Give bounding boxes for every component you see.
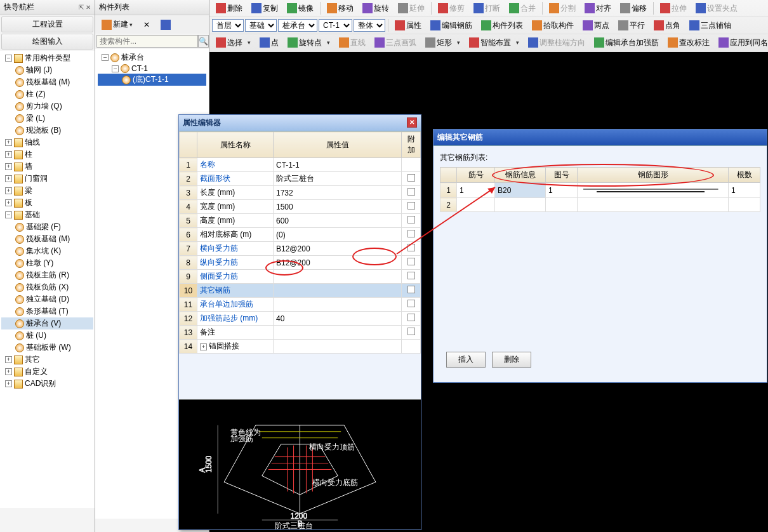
prop-extra[interactable] [402, 270, 421, 284]
toolbar-button[interactable]: 选择 [212, 36, 246, 50]
rebar-shape[interactable] [578, 198, 729, 212]
property-row[interactable]: 11承台单边加强筋 [180, 298, 421, 312]
expander-icon[interactable]: + [5, 139, 12, 146]
comp-delete-button[interactable]: ✕ [139, 18, 154, 31]
property-row[interactable]: 13备注 [180, 326, 421, 340]
nav-pin-icon[interactable]: ⇱ ✕ [79, 4, 91, 11]
property-row[interactable]: 12加强筋起步 (mm)40 [180, 312, 421, 326]
nav-tree-item[interactable]: 集水坑 (K) [1, 245, 93, 257]
close-icon[interactable]: ✕ [407, 117, 417, 128]
rebar-num[interactable] [457, 198, 495, 212]
prop-value[interactable]: 阶式三桩台 [274, 172, 402, 186]
nav-tree-item[interactable]: +柱 [1, 149, 93, 161]
toolbar-button[interactable]: 移动 [323, 1, 357, 16]
property-row[interactable]: 6相对底标高 (m)(0) [180, 228, 421, 242]
toolbar-button[interactable]: 旋转点 [284, 36, 326, 50]
toolbar-button[interactable]: 查改标注 [664, 36, 713, 50]
expander-icon[interactable]: – [5, 211, 12, 218]
prop-extra[interactable] [402, 158, 421, 172]
expander-icon[interactable]: – [102, 54, 109, 61]
toolbar-button[interactable]: 对齐 [581, 1, 615, 16]
prop-extra[interactable] [402, 312, 421, 326]
rebar-row[interactable]: 2 [440, 198, 760, 212]
property-row[interactable]: 10其它钢筋 [180, 284, 421, 298]
prop-value[interactable]: 40 [274, 312, 402, 326]
toolbar-button[interactable]: 偏移 [616, 1, 651, 16]
prop-extra[interactable] [402, 172, 421, 186]
nav-tree-item[interactable]: –常用构件类型 [1, 52, 93, 64]
prop-value[interactable]: 1500 [274, 200, 402, 214]
rebar-count[interactable] [729, 198, 760, 212]
nav-tree-item[interactable]: +梁 [1, 185, 93, 197]
comp-copy-button[interactable] [156, 18, 175, 32]
expander-icon[interactable]: + [5, 356, 12, 363]
toolbar-button[interactable]: 编辑承台加强筋 [590, 36, 663, 50]
toolbar-button[interactable]: 编辑钢筋 [427, 18, 476, 33]
property-row[interactable]: 3长度 (mm)1732 [180, 186, 421, 200]
nav-tree-item[interactable]: 桩 (U) [1, 329, 93, 342]
toolbar-button[interactable]: 平行 [614, 18, 649, 33]
prop-value[interactable] [274, 340, 402, 354]
toolbar-button[interactable]: 构件列表 [477, 18, 527, 33]
rebar-info[interactable]: B20 [495, 183, 546, 198]
expander-icon[interactable]: – [5, 55, 12, 62]
nav-tree-item[interactable]: 柱 (Z) [1, 88, 93, 100]
comp-tree-item[interactable]: –CT-1 [98, 63, 206, 74]
nav-tree-item[interactable]: +自定义 [1, 366, 93, 378]
expander-icon[interactable]: – [112, 65, 119, 72]
nav-tree-item[interactable]: +其它 [1, 354, 93, 366]
comp-search-input[interactable] [96, 35, 198, 48]
prop-value[interactable] [274, 270, 402, 284]
nav-tree-item[interactable]: 柱墩 (Y) [1, 257, 93, 269]
prop-extra[interactable] [402, 256, 421, 270]
prop-value[interactable]: B12@200 [274, 242, 402, 256]
property-row[interactable]: 5高度 (mm)600 [180, 214, 421, 228]
property-row[interactable]: 2截面形状阶式三桩台 [180, 172, 421, 186]
nav-tree-item[interactable]: –基础 [1, 209, 93, 221]
property-row[interactable]: 4宽度 (mm)1500 [180, 200, 421, 214]
prop-value[interactable]: CT-1-1 [274, 158, 402, 172]
prop-extra[interactable] [402, 326, 421, 340]
nav-tree-item[interactable]: 基础梁 (F) [1, 221, 93, 233]
nav-tree-item[interactable]: 剪力墙 (Q) [1, 100, 93, 112]
toolbar-button[interactable]: 点 [256, 36, 282, 50]
prop-extra[interactable] [402, 340, 421, 354]
rebar-imgno[interactable]: 1 [546, 183, 578, 198]
prop-value[interactable] [274, 326, 402, 340]
expander-icon[interactable]: + [5, 187, 12, 194]
prop-extra[interactable] [402, 298, 421, 312]
nav-tree-item[interactable]: 独立基础 (D) [1, 293, 93, 305]
expander-icon[interactable]: + [5, 199, 12, 206]
nav-tree-item[interactable]: 轴网 (J) [1, 64, 93, 76]
toolbar-button[interactable]: 镜像 [283, 1, 317, 16]
comp-new-button[interactable]: 新建 ▾ [97, 17, 137, 32]
nav-tree-item[interactable]: 桩承台 (V) [1, 317, 93, 329]
toolbar-select[interactable]: 首层 [212, 19, 244, 32]
nav-tree-item[interactable]: +门窗洞 [1, 173, 93, 185]
nav-tree-item[interactable]: 基础板带 (W) [1, 342, 93, 354]
prop-extra[interactable] [402, 242, 421, 256]
rebar-count[interactable]: 1 [729, 183, 760, 198]
toolbar-button[interactable]: 复制 [248, 1, 282, 16]
nav-sec-drawing[interactable]: 绘图输入 [1, 34, 93, 50]
nav-sec-project[interactable]: 工程设置 [1, 17, 93, 32]
toolbar-select[interactable]: 桩承台 [278, 19, 317, 32]
toolbar-select[interactable]: 基础 [245, 19, 277, 32]
nav-tree-item[interactable]: 条形基础 (T) [1, 305, 93, 317]
prop-extra[interactable] [402, 214, 421, 228]
nav-tree-item[interactable]: +轴线 [1, 136, 93, 149]
rebar-info[interactable] [495, 198, 546, 212]
property-row[interactable]: 7横向受力筋B12@200 [180, 242, 421, 256]
insert-button[interactable]: 插入 [446, 352, 486, 368]
comp-tree-item[interactable]: –桩承台 [98, 51, 206, 63]
property-row[interactable]: 1名称CT-1-1 [180, 158, 421, 172]
nav-tree-item[interactable]: +CAD识别 [1, 378, 93, 390]
toolbar-button[interactable]: 三点画弧 [371, 36, 420, 50]
expander-icon[interactable]: + [5, 175, 12, 182]
toolbar-button[interactable]: 删除 [212, 1, 246, 16]
prop-extra[interactable] [402, 200, 421, 214]
toolbar-button[interactable]: 两点 [579, 18, 613, 33]
toolbar-button[interactable]: 智能布置 [465, 36, 515, 50]
rebar-shape[interactable] [578, 183, 729, 198]
prop-value[interactable]: 600 [274, 214, 402, 228]
